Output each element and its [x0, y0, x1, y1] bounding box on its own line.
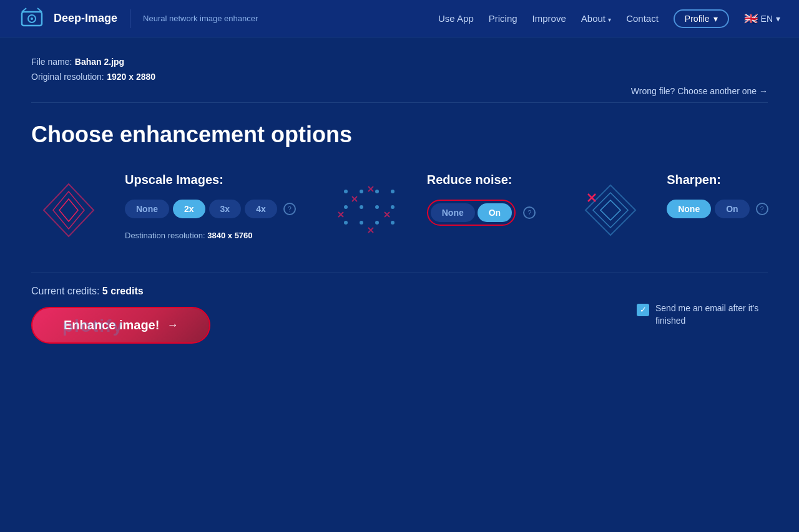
noise-controls: Reduce noise: None On ?: [427, 173, 536, 226]
profile-button[interactable]: Profile ▾: [674, 9, 729, 28]
sharpen-section: Sharpen: None On ?: [573, 173, 768, 248]
nav-right: Use App Pricing Improve About ▾ Contact …: [438, 9, 780, 28]
noise-icon: [333, 173, 408, 248]
enhance-button[interactable]: Enhance image! →: [31, 307, 210, 344]
svg-point-2: [31, 17, 33, 20]
nav-about[interactable]: About ▾: [581, 13, 611, 24]
svg-point-16: [344, 221, 348, 225]
sharpen-toggle-row: None On ?: [667, 200, 768, 218]
noise-svg: [333, 179, 408, 241]
sharpen-none-btn[interactable]: None: [667, 200, 711, 218]
checkmark-icon: ✓: [640, 305, 647, 314]
svg-point-12: [344, 205, 348, 209]
profile-label: Profile: [685, 14, 710, 24]
nav-contact[interactable]: Contact: [626, 13, 659, 24]
sharpen-help-icon[interactable]: ?: [756, 203, 768, 215]
email-checkbox[interactable]: ✓: [637, 304, 649, 316]
upscale-none-btn[interactable]: None: [125, 200, 169, 218]
nav-improve[interactable]: Improve: [532, 13, 566, 24]
logo-icon: [19, 6, 45, 32]
noise-help-icon[interactable]: ?: [523, 206, 536, 219]
sharpen-icon: [573, 173, 648, 248]
wrong-file-row: Wrong file? Choose another one →: [31, 86, 768, 96]
upscale-toggle-group: None 2x 3x 4x ?: [125, 200, 296, 218]
nav-use-app[interactable]: Use App: [438, 13, 474, 24]
email-checkbox-area: ✓ Send me an email after it's finished: [637, 302, 768, 327]
language-selector[interactable]: 🇬🇧 EN ▾: [744, 12, 780, 26]
options-row: Upscale Images: None 2x 3x 4x ? Destinat…: [31, 173, 768, 248]
upscale-3x-btn[interactable]: 3x: [209, 200, 242, 218]
sharpen-controls: Sharpen: None On ?: [667, 173, 768, 218]
about-chevron-icon: ▾: [608, 16, 611, 23]
lang-chevron-icon: ▾: [776, 14, 780, 24]
nav-divider: [130, 9, 130, 28]
nav-left: Deep-Image Neural network image enhancer: [19, 6, 258, 32]
bottom-row: Current credits: 5 credits Enhance image…: [31, 286, 768, 344]
sharpen-svg: [573, 179, 648, 241]
svg-point-14: [375, 205, 379, 209]
svg-point-17: [360, 221, 363, 225]
credits-value: 5 credits: [102, 286, 144, 296]
upscale-4x-btn[interactable]: 4x: [245, 200, 277, 218]
sharpen-label: Sharpen:: [667, 173, 768, 187]
svg-point-9: [360, 190, 363, 193]
nav-pricing[interactable]: Pricing: [489, 13, 517, 24]
file-name-label: File name:: [31, 57, 72, 67]
svg-point-13: [360, 205, 363, 209]
dest-resolution-value: 3840 x 5760: [207, 231, 252, 240]
svg-point-19: [391, 221, 395, 225]
resolution-row: Original resolution: 1920 x 2880: [31, 71, 768, 82]
bottom-left: Current credits: 5 credits Enhance image…: [31, 286, 210, 344]
enhance-arrow-icon: →: [167, 319, 178, 332]
flag-icon: 🇬🇧: [744, 12, 758, 26]
noise-highlighted-toggle: None On: [427, 200, 516, 226]
enhance-button-wrapper: Enhance image! → plotify: [31, 307, 210, 344]
upscale-icon: [31, 173, 106, 248]
svg-marker-32: [600, 200, 620, 220]
sharpen-on-btn[interactable]: On: [715, 200, 749, 218]
svg-marker-7: [59, 199, 78, 221]
resolution-label: Original resolution:: [31, 72, 104, 82]
file-name-value: Bahan 2.jpg: [75, 57, 124, 67]
tagline: Neural network image enhancer: [143, 14, 258, 23]
upscale-svg: [34, 179, 103, 241]
svg-point-11: [391, 190, 395, 193]
bottom-right: ✓ Send me an email after it's finished: [637, 302, 768, 327]
resolution-value: 1920 x 2880: [107, 72, 155, 82]
dest-resolution: Destination resolution: 3840 x 5760: [125, 231, 296, 240]
upscale-2x-btn[interactable]: 2x: [173, 200, 205, 218]
svg-marker-6: [53, 191, 84, 229]
main-content: File name: Bahan 2.jpg Original resoluti…: [0, 37, 799, 362]
section-title: Choose enhancement options: [31, 122, 768, 148]
file-name-row: File name: Bahan 2.jpg: [31, 56, 768, 67]
email-checkbox-label: Send me an email after it's finished: [655, 302, 768, 327]
svg-point-15: [391, 205, 395, 209]
credits-row: Current credits: 5 credits: [31, 286, 210, 297]
upscale-controls: Upscale Images: None 2x 3x 4x ? Destinat…: [125, 173, 296, 240]
lang-label: EN: [761, 14, 773, 24]
svg-point-10: [375, 190, 379, 193]
upscale-help-icon[interactable]: ?: [283, 203, 296, 215]
bottom-divider: [31, 273, 768, 273]
wrong-file-link[interactable]: Wrong file? Choose another one →: [631, 86, 768, 96]
navbar: Deep-Image Neural network image enhancer…: [0, 0, 799, 37]
noise-label: Reduce noise:: [427, 173, 536, 187]
upscale-label: Upscale Images:: [125, 173, 296, 187]
brand-name: Deep-Image: [54, 12, 117, 25]
enhance-label: Enhance image!: [64, 318, 159, 332]
profile-chevron-icon: ▾: [713, 14, 718, 24]
noise-toggle-row: None On ?: [427, 200, 536, 226]
noise-on-btn[interactable]: On: [478, 203, 512, 222]
svg-point-18: [375, 221, 379, 225]
noise-none-btn[interactable]: None: [431, 203, 475, 222]
section-divider: [31, 102, 768, 103]
svg-point-8: [344, 190, 348, 193]
upscale-section: Upscale Images: None 2x 3x 4x ? Destinat…: [31, 173, 296, 248]
noise-section: Reduce noise: None On ?: [333, 173, 536, 248]
